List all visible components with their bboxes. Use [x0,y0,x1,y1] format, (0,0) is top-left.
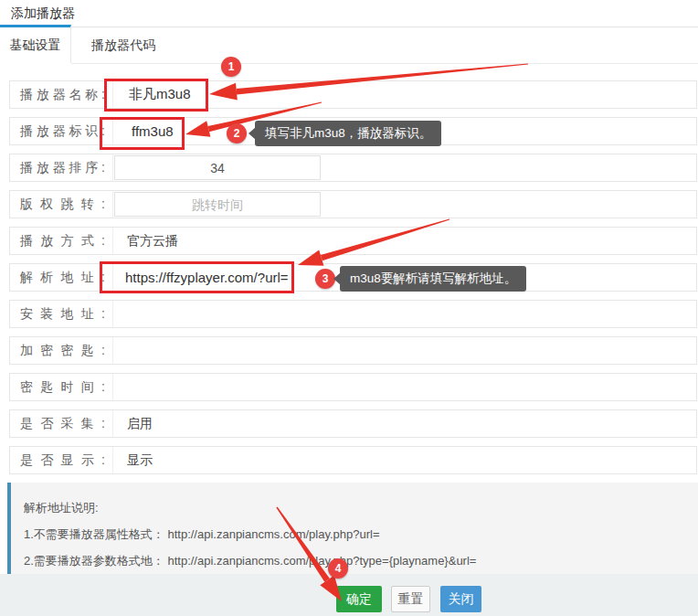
play-mode-row: 播放方式: 官方云播 [9,227,697,255]
install-url-input[interactable] [125,301,696,327]
player-sort-row: 播放器排序: [9,154,697,182]
step-badge-1: 1 [221,57,241,77]
player-name-input[interactable] [129,81,696,108]
parse-url-label: 解析地址: [10,264,113,291]
confirm-button[interactable]: 确定 [336,586,382,612]
player-name-label: 播放器名称: [10,81,113,108]
display-select[interactable]: 显示 [113,452,153,469]
install-url-row: 安装地址: [9,300,697,328]
help-line-2: 2.需要播放器参数格式地： http://api.zanpiancms.com/… [24,547,680,574]
copyright-jump-input[interactable] [114,192,321,217]
collect-label: 是否采集: [10,410,113,437]
close-button[interactable]: 关闭 [440,586,481,612]
player-sort-label: 播放器排序: [10,154,113,181]
footer-bar: 确定 重置 关闭 [0,574,698,616]
parse-url-input[interactable] [125,264,696,291]
encrypt-key-input[interactable] [125,337,696,364]
player-form: 播放器名称: 播放器标识: 播放器排序: 版权跳转: 播放方式: 官方云播 解析… [0,80,698,483]
key-time-label: 密匙时间: [10,374,113,400]
tab-basic-settings[interactable]: 基础设置 [0,25,71,63]
player-name-row: 播放器名称: [9,80,697,109]
parse-url-help-box: 解析地址说明: 1.不需要播放器属性格式： http://api.zanpian… [7,483,698,574]
display-row: 是否显示: 显示 [9,446,697,474]
player-flag-row: 播放器标识: [9,117,697,145]
collect-select[interactable]: 启用 [113,416,153,432]
play-mode-select[interactable]: 官方云播 [113,233,178,250]
player-sort-input[interactable] [114,155,321,180]
copyright-jump-row: 版权跳转: [9,190,697,218]
player-flag-label: 播放器标识: [10,118,113,144]
help-title: 解析地址说明: [24,494,680,521]
tabbar-divider [71,63,698,64]
help-line-1: 1.不需要播放器属性格式： http://api.zanpiancms.com/… [24,521,680,547]
key-time-row: 密匙时间: [9,373,697,401]
parse-url-row: 解析地址: [9,263,697,292]
encrypt-key-label: 加密密匙: [10,337,113,364]
copyright-jump-label: 版权跳转: [10,191,113,218]
collect-row: 是否采集: 启用 [9,409,697,438]
dialog-title: 添加播放器 [11,5,75,22]
play-mode-label: 播放方式: [10,228,113,254]
display-label: 是否显示: [10,447,113,473]
key-time-input[interactable] [125,374,696,400]
player-flag-input[interactable] [132,118,696,144]
install-url-label: 安装地址: [10,301,113,327]
encrypt-key-row: 加密密匙: [9,336,697,365]
tab-player-code[interactable]: 播放器代码 [72,27,174,63]
reset-button[interactable]: 重置 [391,586,430,612]
